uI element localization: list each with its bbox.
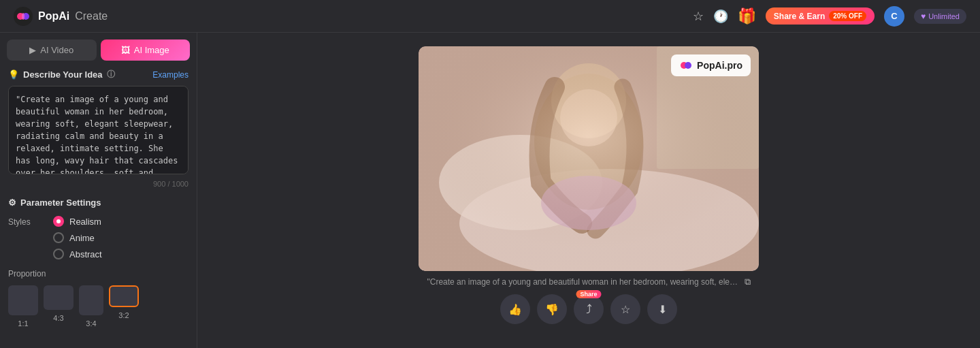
describe-title: 💡 Describe Your Idea ⓘ bbox=[8, 69, 115, 80]
left-panel: ▶ AI Video 🖼 AI Image 💡 Describe Your Id… bbox=[0, 33, 197, 348]
main-layout: ▶ AI Video 🖼 AI Image 💡 Describe Your Id… bbox=[0, 33, 980, 348]
unlimited-badge[interactable]: ♥ Unlimited bbox=[914, 9, 966, 24]
share-earn-label: Share & Earn bbox=[774, 12, 825, 21]
avatar-letter: C bbox=[891, 11, 897, 21]
param-section: ⚙ Parameter Settings Styles Realism Anim… bbox=[0, 192, 197, 333]
svg-point-14 bbox=[685, 62, 691, 69]
proportion-3-4-box bbox=[79, 285, 103, 315]
ai-video-tab[interactable]: ▶ AI Video bbox=[7, 39, 97, 61]
describe-section: 💡 Describe Your Idea ⓘ Examples 900 / 10… bbox=[0, 61, 197, 192]
action-bar: 👍 👎 Share ⤴ ☆ ⬇ bbox=[500, 294, 677, 324]
describe-title-text: Describe Your Idea bbox=[23, 69, 103, 80]
style-anime-option[interactable]: Anime bbox=[53, 232, 102, 243]
off-badge: 20% OFF bbox=[829, 11, 866, 21]
watermark: PopAi.pro bbox=[671, 54, 751, 76]
proportion-4-3-label: 4:3 bbox=[53, 314, 63, 322]
right-content: PopAi.pro "Create an image of a young an… bbox=[197, 33, 980, 348]
anime-radio[interactable] bbox=[53, 232, 64, 243]
proportion-3-2-button[interactable]: 3:2 bbox=[109, 285, 139, 328]
proportion-1-1-button[interactable]: 1:1 bbox=[8, 285, 38, 328]
like-button[interactable]: 👍 bbox=[500, 294, 530, 324]
proportion-label: Proportion bbox=[8, 269, 189, 279]
proportion-1-1-label: 1:1 bbox=[18, 319, 28, 328]
proportion-3-4-label: 3:4 bbox=[86, 319, 96, 328]
abstract-radio[interactable] bbox=[53, 249, 64, 259]
abstract-label: Abstract bbox=[69, 249, 102, 259]
watermark-logo-icon bbox=[679, 59, 693, 72]
style-abstract-option[interactable]: Abstract bbox=[53, 249, 102, 259]
anime-label: Anime bbox=[69, 233, 95, 243]
create-label: Create bbox=[75, 10, 108, 22]
svg-point-3 bbox=[22, 13, 24, 20]
copy-icon[interactable]: ⧉ bbox=[745, 276, 751, 287]
sliders-icon: ⚙ bbox=[8, 197, 16, 208]
style-realism-option[interactable]: Realism bbox=[53, 216, 102, 227]
param-title-text: Parameter Settings bbox=[20, 197, 101, 208]
proportion-3-2-box bbox=[109, 285, 139, 307]
video-icon: ▶ bbox=[29, 45, 36, 55]
styles-label: Styles bbox=[8, 216, 42, 227]
image-icon: 🖼 bbox=[121, 45, 130, 55]
char-count: 900 / 1000 bbox=[8, 180, 189, 188]
proportion-4-3-box bbox=[44, 285, 74, 310]
info-icon: ⓘ bbox=[107, 69, 115, 80]
image-caption-row: "Create an image of a young and beautifu… bbox=[427, 276, 751, 287]
header-right: ☆ 🕐 🎁 Share & Earn 20% OFF C ♥ Unlimited bbox=[693, 6, 966, 27]
popai-logo-icon bbox=[14, 7, 33, 26]
like-icon: 👍 bbox=[508, 303, 522, 316]
tab-bar: ▶ AI Video 🖼 AI Image bbox=[0, 33, 197, 61]
ai-video-label: AI Video bbox=[40, 45, 74, 55]
share-icon: ⤴ bbox=[586, 302, 592, 317]
svg-rect-12 bbox=[419, 46, 759, 271]
history-button[interactable]: 🕐 bbox=[713, 9, 728, 24]
proportion-1-1-box bbox=[8, 285, 38, 315]
proportion-4-3-button[interactable]: 4:3 bbox=[44, 285, 74, 328]
watermark-text: PopAi.pro bbox=[697, 60, 742, 71]
header: PopAi Create ☆ 🕐 🎁 Share & Earn 20% OFF … bbox=[0, 0, 980, 33]
styles-options: Realism Anime Abstract bbox=[53, 216, 102, 259]
styles-row: Styles Realism Anime Abstract bbox=[8, 216, 189, 259]
dislike-button[interactable]: 👎 bbox=[537, 294, 567, 324]
star-button[interactable]: ☆ bbox=[693, 9, 704, 24]
ai-image-tab[interactable]: 🖼 AI Image bbox=[101, 39, 191, 61]
star-icon: ☆ bbox=[621, 303, 630, 316]
header-left: PopAi Create bbox=[14, 7, 108, 26]
download-icon: ⬇ bbox=[658, 303, 667, 316]
dislike-icon: 👎 bbox=[545, 303, 559, 316]
share-button[interactable]: Share ⤴ bbox=[574, 294, 604, 324]
proportion-options: 1:1 4:3 3:4 3:2 bbox=[8, 285, 189, 328]
examples-button[interactable]: Examples bbox=[152, 70, 189, 80]
bulb-icon: 💡 bbox=[8, 69, 19, 80]
favorite-button[interactable]: ☆ bbox=[610, 294, 640, 324]
ai-image-label: AI Image bbox=[134, 45, 169, 55]
download-button[interactable]: ⬇ bbox=[647, 294, 677, 324]
gift-button[interactable]: 🎁 bbox=[738, 7, 756, 25]
describe-header: 💡 Describe Your Idea ⓘ Examples bbox=[8, 69, 189, 80]
generated-image: PopAi.pro bbox=[419, 46, 759, 271]
describe-textarea[interactable] bbox=[8, 86, 189, 174]
unlimited-label: Unlimited bbox=[928, 12, 960, 20]
image-overlay-svg bbox=[419, 46, 759, 271]
image-container: PopAi.pro bbox=[419, 46, 759, 271]
param-title: ⚙ Parameter Settings bbox=[8, 197, 189, 208]
realism-radio[interactable] bbox=[53, 216, 64, 227]
proportion-3-4-button[interactable]: 3:4 bbox=[79, 285, 103, 328]
realism-label: Realism bbox=[69, 217, 101, 227]
proportion-3-2-label: 3:2 bbox=[118, 311, 129, 319]
image-caption: "Create an image of a young and beautifu… bbox=[427, 277, 740, 287]
brand-name: PopAi bbox=[38, 10, 69, 22]
avatar-button[interactable]: C bbox=[884, 6, 904, 27]
share-earn-button[interactable]: Share & Earn 20% OFF bbox=[766, 7, 875, 25]
share-hot-badge: Share bbox=[576, 290, 601, 298]
proportion-section: Proportion 1:1 4:3 3:4 bbox=[8, 269, 189, 328]
